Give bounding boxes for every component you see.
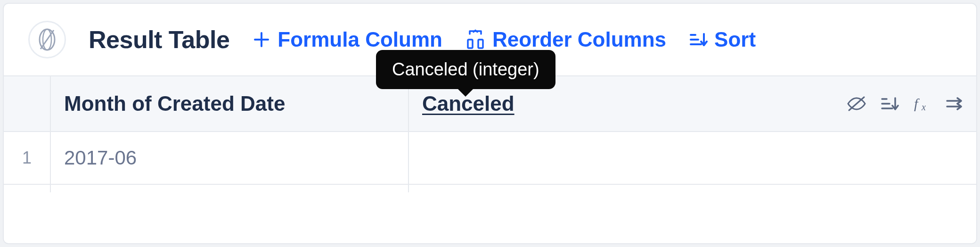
- tooltip-text: Canceled (integer): [392, 59, 539, 79]
- plus-icon: [252, 30, 271, 49]
- expand-button[interactable]: [944, 94, 963, 113]
- cell-value: 2017-06: [64, 147, 137, 169]
- sort-button[interactable]: Sort: [689, 28, 756, 51]
- arrow-right-icon: [944, 94, 963, 113]
- fx-icon: f x: [912, 94, 931, 113]
- formula-button[interactable]: f x: [912, 94, 931, 113]
- row-number: 1: [22, 148, 32, 168]
- table-cell: [409, 185, 976, 192]
- sort-icon: [689, 30, 708, 49]
- svg-rect-6: [478, 40, 483, 48]
- row-number-header: [4, 76, 51, 131]
- column-header-1[interactable]: Month of Created Date: [51, 76, 409, 131]
- table-cell[interactable]: [409, 132, 976, 184]
- svg-text:x: x: [921, 102, 926, 112]
- table-cell: [51, 185, 409, 192]
- formula-column-button[interactable]: Formula Column: [252, 28, 442, 51]
- hide-column-button[interactable]: [846, 93, 867, 114]
- eye-off-icon: [846, 93, 867, 114]
- svg-line-11: [849, 97, 864, 110]
- row-number-cell: 1: [4, 132, 51, 184]
- reorder-columns-button[interactable]: Reorder Columns: [465, 28, 666, 51]
- column-actions: f x: [846, 93, 963, 114]
- reorder-icon: [465, 29, 486, 50]
- sort-column-button[interactable]: [880, 94, 899, 113]
- svg-text:f: f: [914, 96, 920, 111]
- svg-rect-5: [468, 40, 473, 48]
- column-tooltip: Canceled (integer): [376, 50, 555, 89]
- data-table: Month of Created Date Canceled: [4, 75, 976, 192]
- sort-icon: [880, 94, 899, 113]
- formula-column-label: Formula Column: [278, 28, 442, 51]
- panel-title: Result Table: [89, 25, 229, 54]
- table-row: [4, 185, 976, 192]
- result-table-panel: Canceled (integer) Result Table Formu: [3, 3, 977, 244]
- row-number-cell: [4, 185, 51, 192]
- sort-label: Sort: [714, 28, 756, 51]
- empty-set-icon: [37, 27, 57, 52]
- table-cell[interactable]: 2017-06: [51, 132, 409, 184]
- table-row[interactable]: 1 2017-06: [4, 132, 976, 185]
- reorder-columns-label: Reorder Columns: [492, 28, 666, 51]
- panel-logo: [28, 21, 66, 58]
- column-1-label: Month of Created Date: [64, 92, 285, 115]
